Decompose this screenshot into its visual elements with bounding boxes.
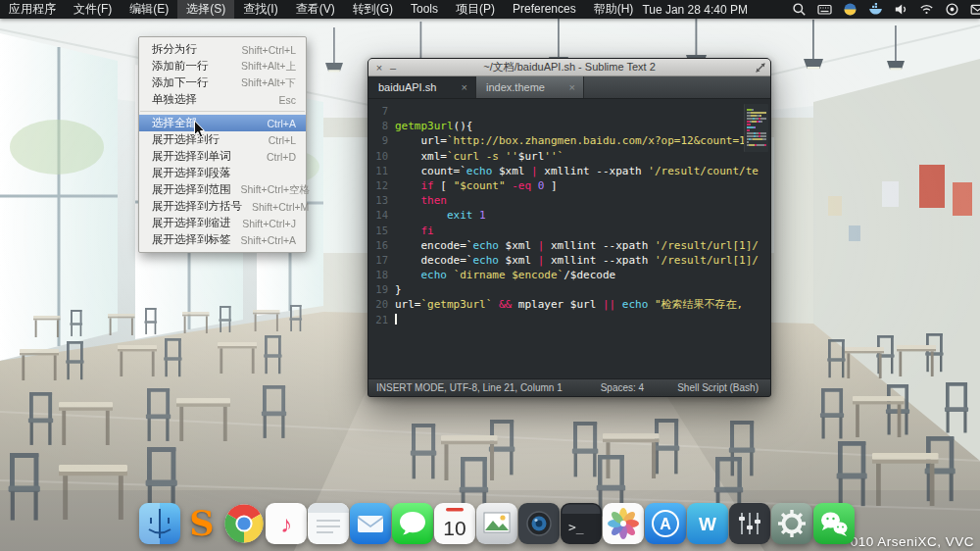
status-syntax[interactable]: Shell Script (Bash): [677, 382, 759, 393]
menubar-item[interactable]: 应用程序: [0, 0, 65, 19]
menu-item-shortcut: Shift+Alt+上: [241, 60, 296, 74]
tab-close-icon[interactable]: ×: [462, 81, 467, 93]
menu-item-label: 展开选择到范围: [152, 182, 231, 197]
code-text: [395, 313, 770, 327]
minimap-line: [747, 118, 766, 120]
music-icon: ♪: [266, 503, 307, 544]
menu-item[interactable]: 展开选择到标签Shift+Ctrl+A: [139, 231, 306, 248]
menu-item[interactable]: 添加下一行Shift+Alt+下: [139, 75, 306, 91]
menu-item[interactable]: 单独选择Esc: [139, 91, 306, 108]
dock: S ♪ 10 >_ A W: [139, 503, 855, 544]
menu-item[interactable]: 添加前一行Shift+Alt+上: [139, 58, 306, 75]
dock-icon-mixer[interactable]: [729, 503, 770, 544]
tab-close-icon[interactable]: ×: [569, 81, 575, 93]
menubar-item[interactable]: 查找(I): [234, 0, 286, 19]
code-line: 20url=`getmp3url` && mplayer $url || ech…: [368, 297, 770, 312]
text-caret: [395, 314, 397, 325]
menu-item-shortcut: Shift+Ctrl+A: [241, 234, 297, 246]
menubar-items: 应用程序文件(F)编辑(E)选择(S)查找(I)查看(V)转到(G)Tools项…: [0, 0, 642, 19]
tab-label: baiduAPI.sh: [378, 81, 436, 93]
window-close-button[interactable]: ×: [372, 59, 386, 76]
dock-icon-photos[interactable]: [603, 503, 644, 544]
dock-icon-settings[interactable]: [771, 503, 812, 544]
menu-item[interactable]: 展开选择到单词Ctrl+D: [139, 148, 306, 165]
status-spaces[interactable]: Spaces: 4: [601, 382, 644, 393]
menubar-item[interactable]: 项目(P): [447, 0, 504, 19]
menubar-item[interactable]: 编辑(E): [121, 0, 177, 19]
menu-item-label: 拆分为行: [152, 42, 197, 57]
dock-icon-mail[interactable]: [350, 503, 391, 544]
dock-icon-messages[interactable]: [392, 503, 433, 544]
code-area[interactable]: 78getmp3url(){9 url=`http://box.zhangmen…: [368, 104, 770, 327]
menu-item[interactable]: 展开选择到方括号Shift+Ctrl+M: [139, 198, 306, 215]
wifi-icon[interactable]: [919, 2, 934, 17]
minimap-line: [747, 126, 766, 128]
menu-item[interactable]: 拆分为行Shift+Ctrl+L: [139, 41, 306, 58]
menu-item[interactable]: 展开选择到段落: [139, 165, 306, 181]
window-minimize-button[interactable]: –: [386, 59, 400, 76]
dock-icon-notes[interactable]: [308, 503, 349, 544]
menu-item-shortcut: Esc: [278, 94, 296, 106]
dock-icon-preview[interactable]: [476, 503, 517, 544]
line-number: 11: [368, 164, 395, 178]
menubar-item[interactable]: Tools: [402, 0, 447, 19]
search-icon[interactable]: [792, 2, 807, 17]
editor[interactable]: 78getmp3url(){9 url=`http://box.zhangmen…: [368, 100, 770, 378]
mail-icon[interactable]: [970, 2, 980, 17]
menubar-item[interactable]: 转到(G): [344, 0, 402, 19]
code-text: encode=`echo $xml | xmllint --xpath '/re…: [395, 238, 770, 253]
menu-item[interactable]: 展开选择到行Ctrl+L: [139, 131, 306, 148]
dock-icon-music[interactable]: ♪: [266, 503, 307, 544]
dock-icon-calendar[interactable]: 10: [434, 503, 475, 544]
menubar-item[interactable]: 文件(F): [65, 0, 121, 19]
python-icon[interactable]: [843, 2, 858, 17]
status-left: INSERT MODE, UTF-8, Line 21, Column 1: [376, 382, 563, 393]
dock-icon-maps[interactable]: W: [687, 503, 728, 544]
minimap[interactable]: [744, 104, 768, 152]
volume-icon[interactable]: [894, 2, 908, 17]
dock-icon-sublime-text[interactable]: S: [181, 503, 222, 544]
code-line: 21: [368, 313, 770, 327]
dock-icon-app-store[interactable]: A: [645, 503, 686, 544]
editor-tab[interactable]: baiduAPI.sh×: [368, 76, 476, 98]
window-expand-icon[interactable]: [755, 62, 766, 74]
dock-icon-terminal[interactable]: >_: [561, 503, 602, 544]
wechat-icon: [813, 503, 855, 544]
line-number: 18: [368, 268, 395, 282]
code-line: 18 echo `dirname $encode`/$decode: [368, 268, 770, 282]
docker-icon[interactable]: [868, 2, 883, 17]
editor-tab[interactable]: index.theme×: [476, 76, 584, 98]
menubar-item[interactable]: 选择(S): [177, 0, 234, 19]
dock-icon-finder[interactable]: [139, 503, 180, 544]
menu-item[interactable]: 展开选择到范围Shift+Ctrl+空格: [139, 181, 306, 198]
minimap-line: [747, 124, 766, 125]
keyboard-icon[interactable]: [817, 2, 832, 17]
window-titlebar[interactable]: × – ~/文档/baiduAPI.sh - Sublime Text 2: [368, 59, 770, 76]
line-number: 16: [368, 238, 395, 253]
svg-text:>_: >_: [568, 520, 584, 534]
dock-icon-wechat[interactable]: [813, 503, 855, 544]
code-line: 8getmp3url(){: [368, 119, 770, 133]
menubar-item[interactable]: Preferences: [504, 0, 585, 19]
code-line: 9 url=`http://box.zhangmen.baidu.com/x?o…: [368, 133, 770, 148]
minimap-line: [747, 132, 766, 134]
minimap-line: [747, 115, 766, 117]
record-icon[interactable]: [945, 2, 959, 17]
menu-item-shortcut: Shift+Ctrl+L: [242, 44, 296, 56]
menubar-item[interactable]: 帮助(H): [585, 0, 643, 19]
menubar-status-area: Tue Jan 28 4:40 PM: [642, 2, 980, 17]
menu-item[interactable]: 展开选择到缩进Shift+Ctrl+J: [139, 215, 306, 231]
code-line: 10 xml=`curl -s ''$url''`: [368, 149, 770, 164]
calendar-icon: 10: [434, 503, 475, 544]
menubar-item[interactable]: 查看(V): [287, 0, 344, 19]
code-text: url=`http://box.zhangmen.baidu.com/x?op=…: [395, 133, 770, 148]
line-number: 10: [368, 149, 395, 164]
menu-item[interactable]: 选择全部Ctrl+A: [139, 115, 306, 131]
menu-item-label: 展开选择到行: [152, 132, 220, 147]
app-store-icon: A: [645, 503, 686, 544]
dock-icon-camera[interactable]: [518, 503, 560, 544]
calendar-day: 10: [443, 517, 466, 539]
menu-item-label: 添加下一行: [152, 75, 209, 90]
code-line: 16 encode=`echo $xml | xmllint --xpath '…: [368, 238, 770, 253]
dock-icon-chrome[interactable]: [223, 503, 265, 544]
